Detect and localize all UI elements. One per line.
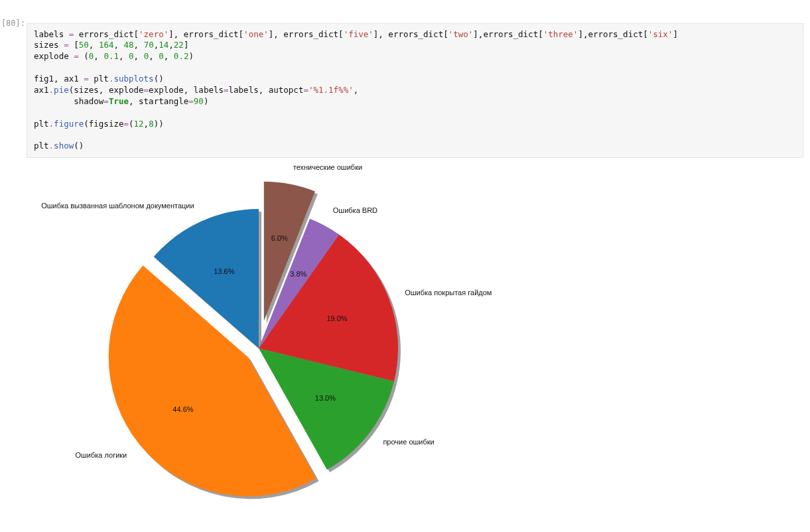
pie-label-5: технические ошибки [293, 163, 362, 171]
pie-pct-3: 19.0% [326, 314, 347, 322]
code-cell[interactable]: labels = errors_dict['zero'], errors_dic… [27, 23, 803, 159]
pie-chart-output: 13.6%Ошибка вызванная шаблоном документа… [27, 156, 544, 527]
pie-pct-5: 6.0% [271, 234, 288, 242]
pie-label-1: Ошибка логики [75, 451, 127, 459]
pie-label-2: прочие ошибки [383, 438, 434, 446]
pie-label-3: Ошибка покрытая гайдом [405, 289, 492, 297]
pie-label-4: Ошибка BRD [333, 206, 377, 214]
pie-pct-0: 13.6% [214, 267, 234, 275]
pie-pct-4: 3.8% [290, 270, 306, 278]
pie-pct-1: 44.6% [172, 405, 193, 413]
pie-pct-2: 13.0% [315, 394, 336, 402]
pie-label-0: Ошибка вызванная шаблоном документации [41, 202, 194, 210]
cell-prompt: [80]: [0, 19, 25, 28]
